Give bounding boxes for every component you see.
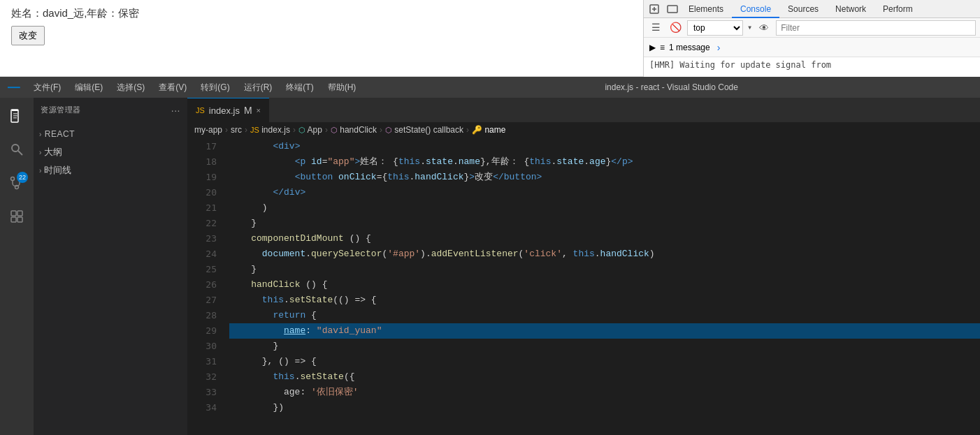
page-title: 姓名：david_远,年龄：保密 [11,7,632,20]
breadcrumb-handclick: ⬡ handClick [331,125,377,135]
code-line-19: <button onClick={this.handClick}>改变</but… [229,170,980,185]
tab-js-icon: JS [196,106,205,115]
activity-bar: 22 [0,98,34,435]
sidebar-toggle-icon[interactable]: ☰ [648,20,663,36]
code-line-24: document.querySelector('#app').addEventL… [229,246,980,262]
code-line-18: <p id="app">姓名： {this.state.name},年龄： {t… [229,154,980,170]
svg-rect-4 [13,113,18,115]
inspect-icon[interactable] [647,1,662,17]
menu-view[interactable]: 查看(V) [159,82,187,94]
code-line-29: name: "david_yuan" [229,323,980,339]
tab-console[interactable]: Console [732,0,779,18]
svg-rect-1 [668,6,677,13]
code-line-28: return { [229,308,980,323]
chevron-right-icon-3: › [39,167,41,175]
eye-icon[interactable]: 👁 [756,20,772,36]
code-line-20: </div> [229,185,980,200]
tab-close-icon[interactable]: × [257,106,261,115]
breadcrumb-sep-3: › [293,125,296,135]
page-content: 姓名：david_远,年龄：保密 改变 [0,0,643,52]
code-line-32: this.setState({ [229,369,980,385]
svg-point-9 [11,177,15,181]
menu-goto[interactable]: 转到(G) [201,82,229,94]
activity-extensions-icon[interactable] [4,204,29,229]
code-line-34: }) [229,400,980,415]
change-button[interactable]: 改变 [11,26,45,45]
menu-file[interactable]: 文件(F) [34,82,61,94]
vscode-main: JS index.js M × my-app › src › JS index.… [187,98,980,435]
filter-input[interactable] [776,20,976,36]
breadcrumb-sep-5: › [380,125,382,135]
code-line-26: handClick () { [229,277,980,293]
chevron-right-icon-2: › [39,149,41,156]
sidebar-tree: › REACT › 大纲 › 时间线 [34,122,187,435]
sidebar-outline-label: 大纲 [44,146,62,158]
editor-content: 17 18 19 20 21 22 23 24 25 26 27 28 29 3… [187,138,980,435]
tab-filename: index.js [209,105,240,116]
tab-elements[interactable]: Elements [680,0,732,18]
breadcrumb-file: JS index.js [250,125,290,135]
svg-rect-6 [13,117,17,119]
breadcrumb-myapp[interactable]: my-app [194,125,222,135]
code-area[interactable]: <div> <p id="app">姓名： {this.state.name},… [222,138,980,435]
line-numbers: 17 18 19 20 21 22 23 24 25 26 27 28 29 3… [187,138,222,435]
sidebar-timeline-label: 时间线 [44,164,71,177]
message-list-icon: ≡ [660,43,665,52]
breadcrumb-app: ⬡ App [298,125,322,135]
code-line-30: } [229,339,980,354]
tab-modified-dot: M [244,105,252,116]
vscode-sidebar: 资源管理器 ··· › REACT › 大纲 › 时间线 [34,98,187,435]
vscode-body: 22 资源管理器 ··· › REACT › 大纲 [0,98,980,435]
devtools-tabs: Elements Console Sources Network Perform [644,0,980,18]
menu-run[interactable]: 运行(R) [244,82,273,94]
message-expand-arrow[interactable]: › [717,42,721,53]
tab-sources[interactable]: Sources [779,0,827,18]
activity-source-control-icon[interactable]: 22 [4,170,29,196]
code-line-22: } [229,216,980,231]
devtools-panel: Elements Console Sources Network Perform… [643,0,980,77]
sidebar-header: 资源管理器 ··· [34,98,187,122]
vscode-logo: ⸻ [7,80,20,95]
tab-performance[interactable]: Perform [874,0,921,18]
menu-help[interactable]: 帮助(H) [328,82,356,94]
tab-network[interactable]: Network [827,0,874,18]
context-select[interactable]: top [687,20,743,36]
devtools-console-content: [HMR] Waiting for update signal from [644,57,980,77]
vscode-titlebar: ⸻ 文件(F) 编辑(E) 选择(S) 查看(V) 转到(G) 运行(R) 终端… [0,77,980,98]
code-line-33: age: '依旧保密' [229,385,980,400]
sidebar-item-timeline[interactable]: › 时间线 [34,161,187,179]
source-control-badge: 22 [17,172,28,183]
sidebar-more-icon[interactable]: ··· [171,105,180,116]
chevron-right-icon: › [39,131,42,138]
svg-point-7 [12,145,19,152]
devtools-toolbar: ☰ 🚫 top ▾ 👁 [644,18,980,38]
breadcrumb-sep-1: › [225,125,228,135]
message-count: 1 message [669,43,710,52]
code-line-21: ) [229,200,980,216]
vscode-editor: ⸻ 文件(F) 编辑(E) 选择(S) 查看(V) 转到(G) 运行(R) 终端… [0,77,980,435]
svg-rect-15 [17,217,22,222]
breadcrumb-sep-2: › [245,125,247,135]
editor-tabs: JS index.js M × [187,98,980,122]
sidebar-react-label: REACT [45,129,75,139]
console-log-text: [HMR] Waiting for update signal from [649,60,831,70]
code-line-23: componentDidMount () { [229,231,980,246]
sidebar-item-react[interactable]: › REACT [34,125,187,143]
breadcrumb-src[interactable]: src [231,125,242,135]
code-line-27: this.setState(() => { [229,293,980,308]
svg-rect-5 [13,115,18,117]
menu-select[interactable]: 选择(S) [117,82,145,94]
menu-terminal[interactable]: 终端(T) [286,82,313,94]
sidebar-item-outline[interactable]: › 大纲 [34,143,187,161]
activity-search-icon[interactable] [4,137,29,162]
svg-rect-13 [17,211,22,216]
editor-tab-indexjs[interactable]: JS index.js M × [187,98,269,122]
clear-icon[interactable]: 🚫 [668,20,683,36]
activity-files-icon[interactable] [4,103,29,128]
svg-rect-12 [11,211,16,216]
devtools-messages: ▶ ≡ 1 message › [644,38,980,57]
device-icon[interactable] [665,1,680,17]
breadcrumb-setstate: ⬡ setState() callback [385,125,463,135]
svg-line-8 [18,151,22,155]
menu-edit[interactable]: 编辑(E) [75,82,103,94]
